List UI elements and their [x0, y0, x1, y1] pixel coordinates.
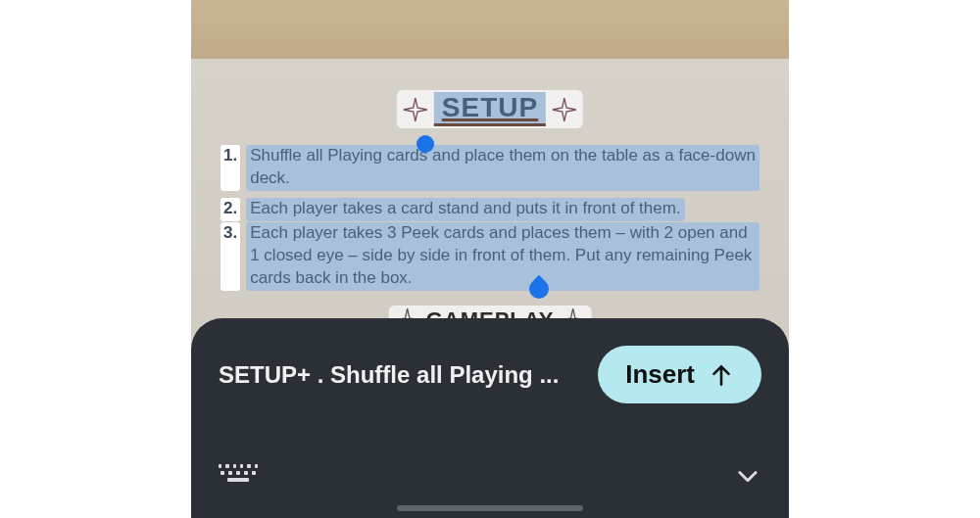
insert-button[interactable]: Insert: [598, 346, 761, 403]
section-header-band: SETUP: [397, 90, 583, 128]
instruction-text: Shuffle all Playing cards and place them…: [246, 145, 760, 191]
list-number: 2.: [220, 198, 240, 221]
sparkle-icon: [552, 97, 577, 122]
keyboard-icon[interactable]: [219, 464, 258, 488]
section-title: SETUP: [434, 92, 546, 126]
instruction-line: 2. Each player takes a card stand and pu…: [220, 196, 760, 221]
chevron-down-icon[interactable]: [734, 462, 761, 490]
sparkle-icon: [403, 97, 428, 122]
insert-button-label: Insert: [625, 359, 695, 390]
arrow-up-icon: [709, 362, 734, 388]
list-number: 3.: [220, 222, 240, 291]
instruction-line: 1. Shuffle all Playing cards and place t…: [220, 143, 760, 191]
recognized-text-preview: SETUP+ . Shuffle all Playing ...: [219, 361, 580, 389]
selection-start-handle[interactable]: [416, 135, 434, 153]
instruction-text: Each player takes 3 Peek cards and place…: [246, 222, 760, 291]
home-indicator: [397, 505, 583, 511]
camera-text-capture-view: SETUP 1. Shuffle all Playing cards and p…: [191, 0, 789, 518]
list-number: 1.: [220, 145, 240, 191]
text-capture-sheet: SETUP+ . Shuffle all Playing ... Insert: [191, 318, 789, 518]
instruction-text: Each player takes a card stand and puts …: [246, 198, 684, 221]
instruction-line: 3. Each player takes 3 Peek cards and pl…: [220, 220, 760, 291]
